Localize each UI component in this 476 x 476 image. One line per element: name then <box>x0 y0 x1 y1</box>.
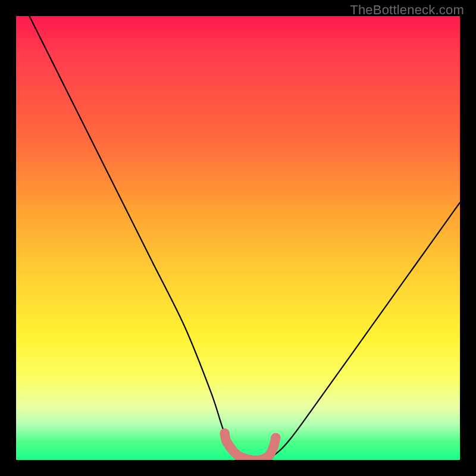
optimum-marker <box>233 451 243 460</box>
curve-layer <box>16 16 460 460</box>
bottleneck-curve-path <box>29 16 460 460</box>
optimum-marker <box>269 442 278 452</box>
optimum-marker <box>264 451 274 460</box>
attribution-watermark: TheBottleneck.com <box>350 2 464 18</box>
optimum-marker <box>246 455 256 460</box>
chart-frame: TheBottleneck.com <box>0 0 476 476</box>
optimum-marker <box>220 428 230 438</box>
optimum-marker <box>222 437 231 447</box>
optimum-band-stroke <box>225 433 276 460</box>
optimum-markers <box>220 428 281 460</box>
optimum-marker <box>255 455 265 460</box>
optimum-marker <box>271 433 280 443</box>
plot-area <box>16 16 460 460</box>
